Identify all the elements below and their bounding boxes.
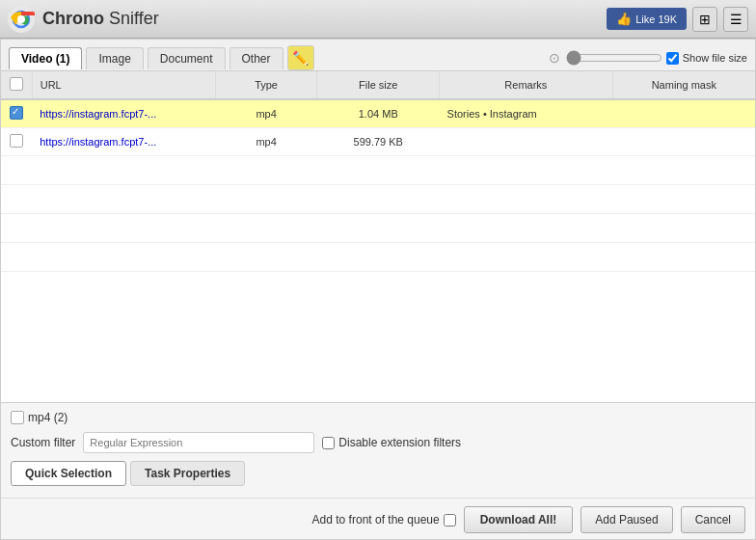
custom-filter-row: Custom filter Disable extension filters (11, 432, 745, 453)
files-table: URL Type File size Remarks Naming mask h… (1, 71, 755, 272)
list-icon-button[interactable]: ☰ (723, 7, 748, 32)
tab-document[interactable]: Document (148, 47, 226, 69)
header-type: Type (215, 71, 317, 99)
tab-other[interactable]: Other (230, 47, 284, 69)
mp4-label-text: mp4 (2) (28, 411, 68, 424)
file-size-slider[interactable] (566, 50, 662, 66)
disable-ext-text: Disable extension filters (338, 436, 461, 449)
title-bar-right: 👍 Like 19K ⊞ ☰ (607, 7, 748, 32)
pencil-icon: ✏️ (292, 50, 309, 66)
chrome-icon (8, 6, 35, 33)
header-checkbox[interactable] (10, 77, 23, 91)
action-tabs-row: Quick Selection Task Properties (11, 461, 745, 486)
show-file-size-checkbox[interactable] (666, 52, 679, 65)
add-front-text: Add to front of the queue (312, 513, 440, 526)
table-row[interactable]: https://instagram.fcpt7-... mp4 599.79 K… (1, 128, 755, 156)
header-naming: Naming mask (612, 71, 755, 99)
show-file-size-label[interactable]: Show file size (666, 52, 747, 65)
slider-area: ⊙ (549, 50, 662, 66)
row-naming (612, 99, 755, 128)
row-checkbox-cell[interactable] (1, 128, 32, 156)
add-front-checkbox[interactable] (444, 514, 456, 526)
row-checkbox-unchecked[interactable] (10, 134, 23, 148)
title-bar-left: Chrono Sniffer (8, 6, 607, 33)
row-naming (612, 128, 755, 156)
tabs-row: Video (1) Image Document Other ✏️ ⊙ Show… (1, 40, 755, 71)
header-checkbox-col (1, 71, 32, 99)
row-url: https://instagram.fcpt7-... (32, 99, 215, 128)
bottom-section: mp4 (2) Custom filter Disable extension … (1, 403, 755, 498)
header-remarks: Remarks (440, 71, 613, 99)
fb-like-button[interactable]: 👍 Like 19K (607, 8, 687, 30)
custom-filter-label: Custom filter (11, 436, 75, 449)
custom-filter-input[interactable] (83, 432, 314, 453)
row-type: mp4 (215, 99, 317, 128)
app-title: Chrono Sniffer (42, 9, 159, 29)
empty-row (1, 185, 755, 214)
svg-point-2 (17, 15, 25, 23)
row-filesize: 599.79 KB (317, 128, 440, 156)
pencil-button[interactable]: ✏️ (287, 45, 314, 70)
grid-icon-button[interactable]: ⊞ (692, 7, 717, 32)
row-type: mp4 (215, 128, 317, 156)
empty-row (1, 214, 755, 243)
fb-like-label: Like 19K (635, 14, 677, 25)
footer-row: Add to front of the queue Download All! … (1, 498, 755, 539)
thumb-icon: 👍 (616, 12, 632, 26)
row-remarks: Stories • Instagram (440, 99, 613, 128)
add-front-label[interactable]: Add to front of the queue (312, 513, 456, 526)
header-filesize: File size (317, 71, 440, 99)
table-header-row: URL Type File size Remarks Naming mask (1, 71, 755, 99)
disable-ext-label[interactable]: Disable extension filters (322, 436, 461, 449)
table-row[interactable]: https://instagram.fcpt7-... mp4 1.04 MB … (1, 99, 755, 128)
empty-row (1, 156, 755, 185)
header-url: URL (32, 71, 215, 99)
mp4-filter-label: mp4 (2) (11, 411, 745, 424)
row-url: https://instagram.fcpt7-... (32, 128, 215, 156)
filter-icon: ⊙ (549, 50, 560, 66)
show-file-size-text: Show file size (683, 52, 747, 64)
cancel-button[interactable]: Cancel (681, 506, 745, 533)
title-bar: Chrono Sniffer 👍 Like 19K ⊞ ☰ (0, 0, 756, 39)
list-icon: ☰ (730, 12, 742, 27)
mp4-checkbox[interactable] (11, 411, 24, 424)
task-properties-tab[interactable]: Task Properties (130, 461, 245, 486)
disable-ext-checkbox[interactable] (322, 437, 335, 449)
row-filesize: 1.04 MB (317, 99, 440, 128)
add-paused-button[interactable]: Add Paused (580, 506, 672, 533)
row-remarks (440, 128, 613, 156)
quick-selection-tab[interactable]: Quick Selection (11, 461, 126, 486)
tab-video[interactable]: Video (1) (9, 47, 82, 69)
main-content: Video (1) Image Document Other ✏️ ⊙ Show… (0, 39, 756, 540)
table-container: URL Type File size Remarks Naming mask h… (1, 71, 755, 403)
download-all-button[interactable]: Download All! (464, 506, 574, 533)
row-checkbox-checked[interactable] (10, 106, 23, 120)
row-checkbox-cell[interactable] (1, 99, 32, 128)
tab-image[interactable]: Image (86, 47, 143, 69)
empty-row (1, 243, 755, 272)
grid-icon: ⊞ (699, 12, 711, 27)
